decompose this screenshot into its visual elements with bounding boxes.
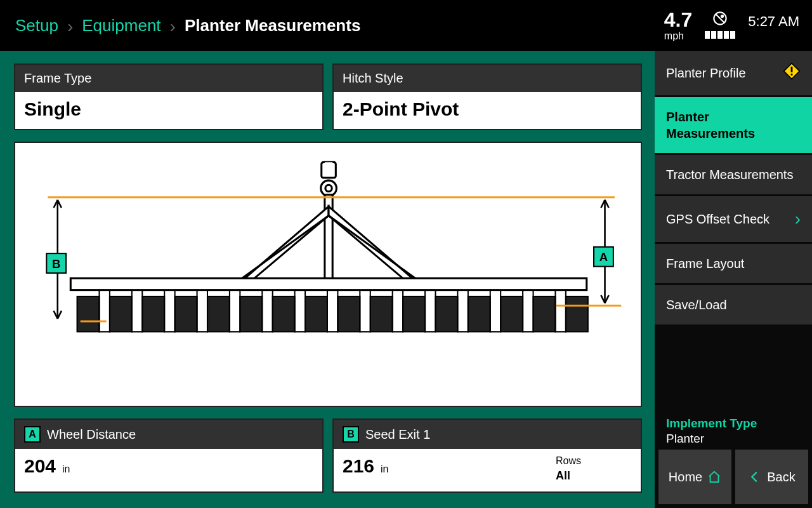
- speed-unit: mph: [664, 31, 684, 41]
- signal-bars-icon: [705, 31, 735, 39]
- svg-rect-17: [370, 297, 393, 331]
- implement-type-label: Implement Type: [666, 417, 801, 431]
- sidebar-item-gps-offset-check[interactable]: GPS Offset Check ›: [655, 196, 812, 244]
- sidebar: Planter Profile Planter Measurements Tra…: [655, 51, 812, 508]
- badge-a-icon: A: [24, 426, 41, 443]
- implement-type-block: Implement Type Planter: [655, 408, 812, 450]
- hitch-style-value: 2-Point Pivot: [343, 98, 632, 120]
- svg-rect-12: [207, 297, 230, 331]
- implement-type-value: Planter: [666, 432, 801, 446]
- seed-exit-label: Seed Exit 1: [365, 427, 430, 442]
- svg-point-5: [325, 185, 332, 191]
- gps-signal-indicator: [705, 10, 735, 39]
- svg-rect-20: [468, 297, 490, 331]
- svg-rect-11: [175, 297, 197, 331]
- sidebar-item-label: Tractor Measurements: [666, 166, 793, 183]
- breadcrumb-setup[interactable]: Setup: [15, 16, 58, 36]
- svg-rect-23: [566, 297, 588, 331]
- svg-rect-3: [325, 162, 332, 168]
- sidebar-item-planter-measurements[interactable]: Planter Measurements: [655, 97, 812, 155]
- wheel-distance-card[interactable]: A Wheel Distance 204 in: [14, 418, 324, 493]
- sidebar-item-label: Planter Measurements: [666, 109, 801, 142]
- chevron-right-icon: ›: [67, 18, 73, 36]
- home-button-label: Home: [669, 470, 702, 485]
- wheel-distance-unit: in: [62, 464, 70, 475]
- breadcrumb-equipment[interactable]: Equipment: [82, 16, 160, 36]
- frame-type-value: Single: [24, 98, 313, 120]
- sidebar-item-frame-layout[interactable]: Frame Layout: [655, 244, 812, 285]
- seed-exit-rows-label: Rows: [556, 455, 581, 467]
- svg-rect-13: [240, 297, 262, 331]
- warning-icon: [783, 62, 801, 84]
- seed-exit-value: 216: [343, 455, 374, 477]
- svg-rect-14: [273, 297, 295, 331]
- hitch-style-card[interactable]: Hitch Style 2-Point Pivot: [332, 64, 642, 130]
- breadcrumb-current: Planter Measurements: [185, 16, 360, 36]
- sidebar-item-label: Save/Load: [666, 297, 727, 313]
- svg-rect-15: [305, 297, 327, 331]
- svg-rect-31: [791, 67, 793, 72]
- sidebar-item-tractor-measurements[interactable]: Tractor Measurements: [655, 155, 812, 196]
- wheel-distance-value: 204: [24, 455, 56, 477]
- chevron-left-icon: [748, 470, 762, 484]
- seed-exit-rows-value: All: [556, 469, 581, 483]
- svg-rect-19: [435, 297, 457, 331]
- speed-value: 4.7: [664, 10, 692, 30]
- wheel-distance-label: Wheel Distance: [47, 427, 136, 442]
- chevron-right-icon: ›: [170, 18, 176, 36]
- sidebar-item-label: Planter Profile: [666, 65, 746, 81]
- svg-rect-18: [403, 297, 425, 331]
- main-panel: Frame Type Single Hitch Style 2-Point Pi…: [0, 51, 655, 508]
- breadcrumb: Setup › Equipment › Planter Measurements: [15, 16, 360, 36]
- top-bar: Setup › Equipment › Planter Measurements…: [0, 0, 812, 51]
- satellite-icon: [711, 10, 729, 27]
- back-button-label: Back: [767, 470, 795, 485]
- diagram-badge-b: B: [52, 257, 60, 271]
- svg-rect-10: [142, 297, 164, 331]
- svg-rect-21: [501, 297, 523, 331]
- svg-rect-16: [337, 297, 360, 331]
- sidebar-item-label: GPS Offset Check: [666, 211, 769, 227]
- hitch-style-label: Hitch Style: [334, 65, 641, 92]
- svg-rect-9: [110, 297, 132, 331]
- home-icon: [707, 470, 721, 484]
- svg-rect-32: [791, 74, 793, 76]
- svg-rect-8: [77, 297, 100, 331]
- badge-b-icon: B: [343, 426, 359, 443]
- seed-exit-card[interactable]: B Seed Exit 1 216 in Rows All: [332, 418, 642, 493]
- diagram-badge-a: A: [599, 250, 608, 264]
- planter-diagram: A B: [14, 142, 642, 407]
- chevron-right-icon: ›: [795, 208, 801, 231]
- speed-readout: 4.7 mph: [664, 10, 692, 41]
- seed-exit-unit: in: [381, 464, 388, 475]
- back-button[interactable]: Back: [735, 450, 808, 504]
- sidebar-item-label: Frame Layout: [666, 255, 744, 272]
- sidebar-item-planter-profile[interactable]: Planter Profile: [655, 51, 812, 97]
- home-button[interactable]: Home: [658, 450, 731, 504]
- svg-rect-7: [70, 278, 586, 290]
- svg-point-1: [721, 15, 724, 18]
- sidebar-item-save-load[interactable]: Save/Load: [655, 285, 812, 326]
- clock: 5:27 AM: [748, 10, 799, 30]
- svg-rect-22: [534, 297, 556, 331]
- frame-type-card[interactable]: Frame Type Single: [14, 64, 324, 130]
- frame-type-label: Frame Type: [15, 65, 322, 92]
